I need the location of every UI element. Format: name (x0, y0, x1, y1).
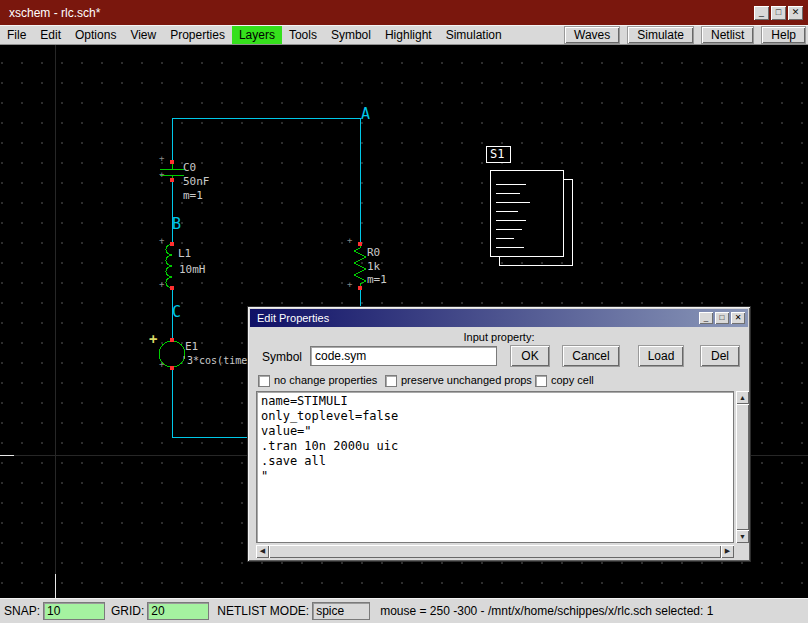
edit-properties-dialog: Edit Properties _ □ ✕ Input property: Sy… (248, 307, 750, 561)
window-controls: _ □ ✕ (754, 6, 803, 20)
grid-label: GRID: (111, 604, 144, 618)
preserve-unchanged-props-label: preserve unchanged props (401, 374, 532, 386)
no-change-properties-label: no change properties (274, 374, 377, 386)
grid-input[interactable] (147, 602, 209, 620)
netlist-mode-input[interactable] (312, 602, 370, 620)
net-label-b[interactable]: B (172, 215, 181, 233)
code-block-name[interactable]: S1 (486, 146, 511, 163)
copy-cell-checkbox[interactable] (535, 375, 547, 387)
horizontal-scrollbar[interactable]: ◀ ▶ (256, 545, 734, 558)
ok-button[interactable]: OK (510, 345, 550, 367)
inductor-symbol[interactable] (166, 244, 172, 288)
scroll-down-icon[interactable]: ▼ (736, 530, 749, 543)
menu-edit[interactable]: Edit (33, 26, 68, 44)
code-symbol[interactable] (490, 170, 572, 265)
resistor-symbol[interactable] (354, 244, 366, 288)
netlist-mode-label: NETLIST MODE: (217, 604, 309, 618)
resistor-m[interactable]: m=1 (367, 273, 387, 286)
maximize-icon[interactable]: □ (771, 6, 786, 20)
simulate-button[interactable]: Simulate (627, 26, 694, 44)
dialog-minimize-icon[interactable]: _ (699, 312, 713, 324)
dialog-controls: _ □ ✕ (697, 312, 745, 324)
menu-tools[interactable]: Tools (282, 26, 324, 44)
vertical-scrollbar[interactable]: ▲ ▼ (736, 391, 749, 543)
capacitor-m[interactable]: m=1 (183, 189, 203, 202)
menu-view[interactable]: View (123, 26, 163, 44)
window-title: xschem - rlc.sch* (9, 6, 100, 20)
inductor-name[interactable]: L1 (178, 247, 191, 260)
input-property-label: Input property: (248, 331, 750, 343)
menubar: File Edit Options View Properties Layers… (0, 25, 808, 45)
dialog-title: Edit Properties (257, 312, 329, 324)
snap-input[interactable] (43, 602, 105, 620)
net-label-a[interactable]: A (361, 105, 370, 123)
snap-label: SNAP: (4, 604, 40, 618)
schematic-canvas[interactable]: A B C C0 50nF m=1 L1 10mH E1 '3*cos(time… (0, 45, 808, 598)
scroll-right-icon[interactable]: ▶ (721, 545, 734, 558)
net-label-c[interactable]: C (172, 303, 181, 321)
pin-plus-marker: + (159, 235, 164, 245)
menu-options[interactable]: Options (68, 26, 123, 44)
load-button[interactable]: Load (638, 345, 684, 367)
menu-properties[interactable]: Properties (163, 26, 232, 44)
menu-layers[interactable]: Layers (232, 26, 282, 44)
preserve-unchanged-props-checkbox[interactable] (385, 375, 397, 387)
pin-plus-marker: + (347, 279, 352, 289)
vertical-scrollbar-thumb[interactable] (736, 404, 749, 530)
scroll-left-icon[interactable]: ◀ (256, 545, 269, 558)
dialog-maximize-icon[interactable]: □ (715, 312, 729, 324)
source-name[interactable]: E1 (185, 340, 198, 353)
netlist-button[interactable]: Netlist (701, 26, 754, 44)
resistor-name[interactable]: R0 (367, 246, 380, 259)
horizontal-scrollbar-thumb[interactable] (269, 545, 721, 558)
pin-plus-marker: + (347, 235, 352, 245)
capacitor-name[interactable]: C0 (183, 161, 196, 174)
inductor-value[interactable]: 10mH (179, 263, 206, 276)
resistor-value[interactable]: 1k (367, 260, 380, 273)
status-info: mouse = 250 -300 - /mnt/x/home/schippes/… (380, 604, 713, 618)
symbol-input[interactable] (310, 346, 497, 366)
properties-textarea[interactable]: name=STIMULI only_toplevel=false value="… (256, 391, 734, 543)
pin-plus-marker: + (159, 169, 164, 179)
symbol-label: Symbol (262, 350, 302, 364)
statusbar: SNAP: GRID: NETLIST MODE: mouse = 250 -3… (0, 598, 808, 623)
pin-plus-marker: + (159, 359, 164, 369)
menu-file[interactable]: File (0, 26, 33, 44)
menu-simulation[interactable]: Simulation (439, 26, 509, 44)
pin-plus-marker: + (159, 153, 164, 163)
waves-button[interactable]: Waves (564, 26, 620, 44)
source-plus-marker: + (149, 331, 157, 347)
xschem-window: xschem - rlc.sch* _ □ ✕ File Edit Option… (0, 0, 808, 623)
cancel-button[interactable]: Cancel (562, 345, 620, 367)
pin-plus-marker: + (159, 279, 164, 289)
menu-highlight[interactable]: Highlight (378, 26, 439, 44)
minimize-icon[interactable]: _ (754, 6, 769, 20)
no-change-properties-checkbox[interactable] (258, 375, 270, 387)
capacitor-value[interactable]: 50nF (183, 175, 210, 188)
menu-symbol[interactable]: Symbol (324, 26, 378, 44)
dialog-close-icon[interactable]: ✕ (731, 312, 745, 324)
titlebar[interactable]: xschem - rlc.sch* _ □ ✕ (0, 0, 808, 25)
help-button[interactable]: Help (761, 26, 806, 44)
del-button[interactable]: Del (700, 345, 740, 367)
copy-cell-label: copy cell (551, 374, 594, 386)
close-icon[interactable]: ✕ (788, 6, 803, 20)
scrollbar-corner (736, 545, 749, 558)
scroll-up-icon[interactable]: ▲ (736, 391, 749, 404)
dialog-titlebar[interactable]: Edit Properties _ □ ✕ (250, 309, 748, 327)
